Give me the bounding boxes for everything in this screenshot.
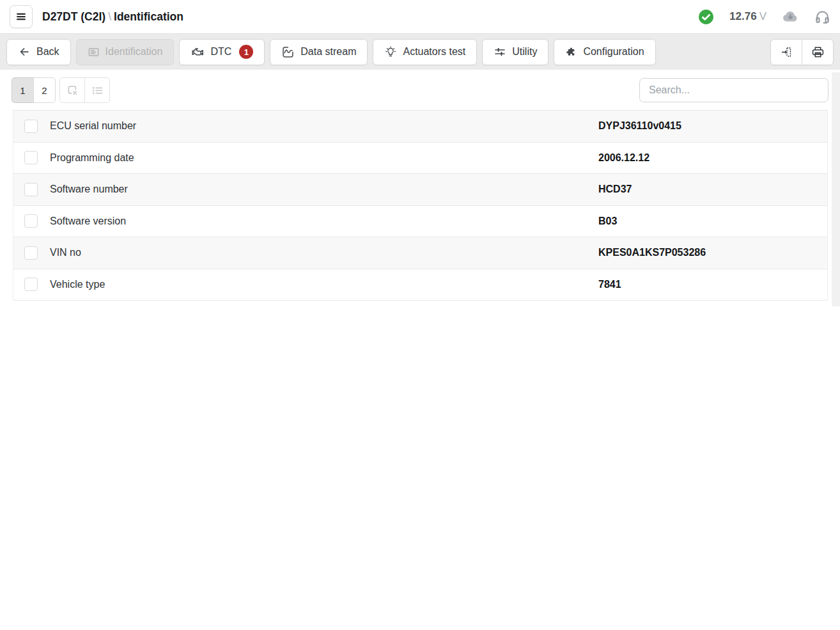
headphones-icon[interactable] — [814, 9, 830, 25]
row-value: HCD37 — [598, 184, 827, 195]
row-label: ECU serial number — [50, 120, 598, 132]
export-file-icon — [780, 45, 793, 59]
hamburger-menu-button[interactable] — [10, 5, 33, 28]
row-label: Programming date — [50, 152, 598, 164]
row-label: Software version — [50, 216, 598, 227]
id-card-icon — [88, 46, 100, 58]
page-2-button[interactable]: 2 — [33, 77, 56, 103]
breadcrumb-module: D27DT (C2I) — [42, 10, 105, 23]
table-row[interactable]: Software version B03 — [13, 206, 827, 238]
connection-status-icon — [698, 9, 714, 25]
row-label: VIN no — [50, 247, 598, 258]
sliders-icon — [494, 45, 506, 58]
breadcrumb-separator: \ — [105, 10, 114, 23]
toolbar: Back Identification DTC 1 Data stream Ac… — [0, 34, 840, 70]
dtc-count-badge: 1 — [239, 45, 253, 59]
tab-dtc-label: DTC — [210, 46, 231, 58]
voltage-unit: V — [759, 10, 766, 22]
print-icon — [811, 45, 825, 59]
tab-configuration-label: Configuration — [583, 46, 644, 58]
hamburger-icon — [15, 10, 27, 23]
row-checkbox[interactable] — [24, 151, 38, 164]
row-checkbox[interactable] — [24, 214, 38, 228]
clear-selection-icon — [66, 84, 79, 97]
toolbar-right-actions — [770, 39, 834, 65]
back-arrow-icon — [18, 45, 31, 58]
topbar-status-area: 12.76V — [698, 8, 830, 26]
engine-icon — [191, 45, 205, 59]
row-label: Software number — [50, 184, 598, 195]
voltage-value: 12.76 — [729, 10, 757, 22]
table-row[interactable]: ECU serial number DYPJ36110v0415 — [13, 111, 827, 143]
tab-configuration[interactable]: Configuration — [554, 39, 655, 65]
tab-utility[interactable]: Utility — [482, 39, 548, 65]
scrollbar[interactable] — [832, 72, 840, 306]
breadcrumb-page: Identification — [114, 10, 183, 23]
row-checkbox[interactable] — [24, 278, 38, 291]
row-checkbox[interactable] — [24, 246, 38, 260]
tab-identification: Identification — [76, 39, 175, 65]
selection-actions — [59, 77, 110, 103]
search-input[interactable] — [639, 78, 828, 102]
table-row[interactable]: Software number HCD37 — [13, 174, 827, 206]
puzzle-icon — [565, 46, 577, 58]
clear-selection-button[interactable] — [59, 77, 85, 103]
list-icon — [91, 84, 104, 97]
page-1-button[interactable]: 1 — [12, 77, 34, 103]
table-row[interactable]: Vehicle type 7841 — [13, 269, 827, 301]
row-checkbox[interactable] — [24, 120, 38, 133]
print-button[interactable] — [802, 39, 834, 65]
tab-data-stream-label: Data stream — [300, 46, 356, 58]
row-checkbox[interactable] — [24, 183, 38, 196]
row-value: KPES0A1KS7P053286 — [598, 247, 827, 258]
back-button[interactable]: Back — [6, 39, 71, 65]
lightbulb-icon — [384, 45, 397, 58]
list-view-button[interactable] — [84, 77, 110, 103]
row-value: B03 — [598, 216, 827, 227]
identification-table: ECU serial number DYPJ36110v0415 Program… — [13, 110, 828, 301]
line-chart-icon — [281, 45, 295, 59]
export-report-button[interactable] — [770, 39, 802, 65]
back-label: Back — [36, 46, 59, 58]
row-value: 7841 — [598, 279, 827, 290]
tab-dtc[interactable]: DTC 1 — [179, 39, 265, 65]
list-controls: 1 2 — [12, 77, 828, 103]
tab-data-stream[interactable]: Data stream — [270, 39, 368, 65]
cloud-download-icon[interactable] — [782, 8, 799, 26]
breadcrumb: D27DT (C2I)\Identification — [42, 10, 183, 24]
tab-actuators-test[interactable]: Actuators test — [373, 39, 477, 65]
battery-voltage: 12.76V — [729, 10, 766, 23]
row-label: Vehicle type — [50, 279, 598, 290]
tab-identification-label: Identification — [105, 46, 163, 58]
pagination: 1 2 — [12, 77, 56, 103]
table-row[interactable]: VIN no KPES0A1KS7P053286 — [13, 237, 827, 269]
table-row[interactable]: Programming date 2006.12.12 — [13, 143, 827, 175]
tab-actuators-test-label: Actuators test — [403, 46, 465, 58]
tab-utility-label: Utility — [512, 46, 537, 58]
row-value: DYPJ36110v0415 — [598, 120, 827, 132]
row-value: 2006.12.12 — [598, 152, 827, 164]
top-bar: D27DT (C2I)\Identification 12.76V — [0, 0, 840, 34]
